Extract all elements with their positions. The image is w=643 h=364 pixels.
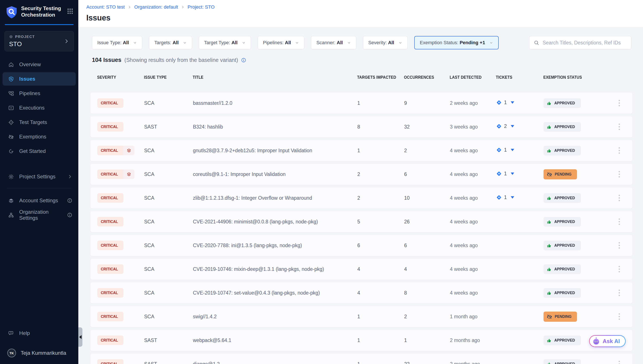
filter-severity[interactable]: Severity: All <box>363 36 408 50</box>
gear-icon <box>8 174 14 180</box>
kebab-menu[interactable] <box>617 122 622 132</box>
breadcrumb-link[interactable]: Account: STO test <box>86 4 125 10</box>
kebab-menu[interactable] <box>617 264 622 274</box>
collapse-arrow-icon <box>79 335 82 339</box>
sidebar-item-executions[interactable]: Executions <box>3 101 76 114</box>
breadcrumb-link[interactable]: Project: STO <box>188 4 215 10</box>
status-badge-approved: APPROVED <box>543 359 581 364</box>
thumbs-up-icon <box>546 290 552 296</box>
issue-row[interactable]: CRITICAL SCA bassmaster//1.2.0 1 9 2 wee… <box>90 92 633 114</box>
filter-targets[interactable]: Targets: All <box>149 36 192 50</box>
kebab-menu[interactable] <box>617 217 622 227</box>
last-detected-cell: 2 months ago <box>450 338 496 343</box>
ticket-count: 2 <box>504 123 507 129</box>
issue-row[interactable]: CRITICAL SCA CVE-2020-7788: ini@1.3.5 (l… <box>90 234 633 256</box>
issues-table: SEVERITYISSUE TYPETITLETARGETS IMPACTEDO… <box>90 71 633 364</box>
exemption-status-cell: APPROVED <box>543 98 606 108</box>
kebab-menu[interactable] <box>617 359 622 364</box>
occurrences-cell: 8 <box>404 290 450 296</box>
issue-row[interactable]: CRITICAL SCA CVE-2019-10746: mixin-deep@… <box>90 258 633 280</box>
info-icon[interactable] <box>241 58 246 63</box>
user-menu[interactable]: TK Teja Kummarikuntla <box>3 346 76 360</box>
filter-pipelines[interactable]: Pipelines: All <box>258 36 304 50</box>
targets-impacted-cell: 1 <box>357 314 404 320</box>
occurrences-cell: 26 <box>404 219 450 225</box>
exemption-status-cell: APPROVED <box>543 359 606 364</box>
column-header: TARGETS IMPACTED <box>357 75 404 80</box>
row-menu-cell <box>606 146 632 156</box>
sidebar-item-overview[interactable]: Overview <box>3 58 76 71</box>
project-selector[interactable]: PROJECT STO <box>5 31 74 51</box>
ticket-link[interactable]: 1 <box>496 171 514 176</box>
targets-impacted-cell: 8 <box>357 124 404 130</box>
breadcrumb-link[interactable]: Organization: default <box>134 4 178 10</box>
app-title: Security Testing Orchestration <box>21 5 63 18</box>
sidebar-item-label: Get Started <box>19 148 46 154</box>
targets-impacted-cell: 1 <box>357 100 404 106</box>
filter-exemption-status[interactable]: Exemption Status: Pending +1 <box>414 36 499 50</box>
issue-row[interactable]: CRITICAL SCA CVE-2019-10747: set-value@0… <box>90 282 633 304</box>
sidebar-item-account-settings[interactable]: Account Settings <box>3 194 76 207</box>
pipelines-icon <box>8 90 14 96</box>
kebab-menu[interactable] <box>617 193 622 203</box>
sidebar-item-pipelines[interactable]: Pipelines <box>3 87 76 100</box>
last-detected-cell: 2 months ago <box>450 361 496 364</box>
sidebar-item-project-settings[interactable]: Project Settings <box>3 170 76 183</box>
divider <box>7 188 72 188</box>
sidebar: Security Testing Orchestration PROJECT S… <box>0 0 78 364</box>
ask-ai-label: Ask AI <box>603 338 620 344</box>
filter-label: Target Type: All <box>204 40 238 46</box>
ticket-link[interactable]: 1 <box>496 147 514 153</box>
sidebar-item-get-started[interactable]: Get Started <box>3 144 76 158</box>
ticket-link[interactable]: 2 <box>496 123 514 129</box>
ticket-count: 1 <box>504 171 507 176</box>
filter-label: Targets: All <box>154 40 179 46</box>
sidebar-item-test-targets[interactable]: Test Targets <box>3 116 76 129</box>
caret-down-icon <box>511 149 514 151</box>
sidebar-item-issues[interactable]: Issues <box>3 72 76 86</box>
issue-row[interactable]: CRITICAL SCA CVE-2021-44906: minimist@0.… <box>90 211 633 232</box>
app-switcher-grid-icon[interactable] <box>67 8 74 15</box>
issue-row[interactable]: CRITICAL SCA coreutils@9.1-1: Improper I… <box>90 164 633 185</box>
last-detected-cell: 4 weeks ago <box>450 266 496 272</box>
kebab-menu[interactable] <box>617 288 622 298</box>
severity-badge: CRITICAL <box>97 122 123 132</box>
eye-off-icon <box>8 134 14 140</box>
filter-scanner[interactable]: Scanner: All <box>311 36 356 50</box>
thumbs-up-icon <box>546 195 552 201</box>
thumbs-up-icon <box>546 338 552 343</box>
kebab-menu[interactable] <box>617 240 622 250</box>
kebab-menu[interactable] <box>617 98 622 108</box>
issue-row[interactable]: CRITICAL SAST django@1.2 1 22 2 months a… <box>90 353 633 364</box>
sidebar-item-organization-settings[interactable]: Organization Settings <box>3 208 76 222</box>
status-badge-approved: APPROVED <box>543 98 581 108</box>
severity-cell: CRITICAL <box>97 241 144 250</box>
ask-ai-button[interactable]: Ask AI <box>589 335 626 347</box>
sidebar-item-exemptions[interactable]: Exemptions <box>3 130 76 144</box>
filter-target-type[interactable]: Target Type: All <box>199 36 251 50</box>
targets-impacted-cell: 4 <box>357 290 404 296</box>
kebab-menu[interactable] <box>617 312 622 322</box>
sidebar-item-label: Overview <box>19 62 41 68</box>
main-content: Account: STO testOrganization: defaultPr… <box>78 0 643 364</box>
issue-row[interactable]: CRITICAL SCA swig//1.4.2 1 2 1 month ago… <box>90 306 633 327</box>
severity-cell: CRITICAL <box>97 312 144 321</box>
issue-type-cell: SAST <box>144 124 193 130</box>
issue-row[interactable]: CRITICAL SAST webpack@5.64.1 1 1 2 month… <box>90 330 633 351</box>
get-started-icon <box>8 148 14 154</box>
kebab-menu[interactable] <box>617 146 622 156</box>
kebab-menu[interactable] <box>617 169 622 179</box>
search-input[interactable] <box>543 40 627 46</box>
sidebar-item-help[interactable]: ? Help <box>3 326 76 340</box>
ticket-link[interactable]: 1 <box>496 100 514 106</box>
sidebar-item-label: Exemptions <box>19 134 46 140</box>
issue-row[interactable]: CRITICAL SAST B324: hashlib 8 32 3 weeks… <box>90 116 633 138</box>
info-icon <box>67 212 72 218</box>
row-menu-cell <box>606 359 632 364</box>
sidebar-item-label: Issues <box>19 76 35 82</box>
filter-issue-type[interactable]: Issue Type: All <box>92 36 142 50</box>
issue-row[interactable]: CRITICAL SCA zlib@1:1.2.13.dfsg-1: Integ… <box>90 187 633 209</box>
issue-title: CVE-2019-10747: set-value@0.4.3 (lang-pk… <box>193 290 357 296</box>
issue-row[interactable]: CRITICAL SCA gnutls28@3.7.9-2+deb12u5: I… <box>90 140 633 161</box>
ticket-link[interactable]: 1 <box>496 194 514 200</box>
